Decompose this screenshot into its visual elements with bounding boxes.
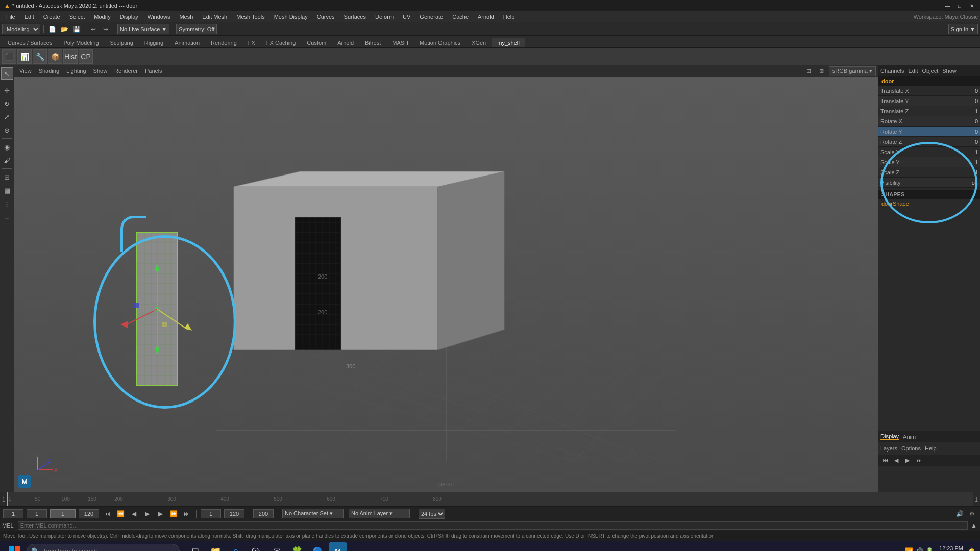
channel-visibility-value[interactable] — [947, 180, 978, 186]
shelf-icon-3[interactable]: 🔧 — [33, 49, 47, 64]
soft-select-tool[interactable]: ◉ — [1, 141, 13, 153]
menu-arnold[interactable]: Arnold — [474, 13, 498, 21]
wifi-icon[interactable]: 📶 — [905, 547, 913, 551]
channel-translate-y-value[interactable] — [947, 98, 978, 104]
playback-btn-end[interactable]: ⏭ — [182, 509, 192, 519]
shelf-tab-custom[interactable]: Custom — [301, 38, 332, 47]
shelf-tab-poly-modeling[interactable]: Poly Modeling — [58, 38, 104, 47]
channel-scale-z-value[interactable] — [947, 169, 978, 176]
door-selected-object[interactable] — [96, 222, 218, 396]
playback-btn-start[interactable]: ⏮ — [102, 509, 112, 519]
snap-tool-2[interactable]: ▦ — [1, 184, 13, 196]
viewport-canvas[interactable]: 200 200 300 — [14, 77, 878, 492]
no-live-surface-button[interactable]: No Live Surface ▼ — [117, 24, 169, 34]
viewport-menu-view[interactable]: View — [16, 67, 35, 75]
no-anim-layer-dropdown[interactable]: No Anim Layer ▾ — [349, 509, 410, 518]
snap-tool-4[interactable]: ≡ — [1, 211, 13, 223]
channel-scale-y-value[interactable] — [947, 159, 978, 165]
shelf-tab-arnold[interactable]: Arnold — [332, 38, 359, 47]
layers-label[interactable]: Layers — [880, 445, 897, 452]
menu-mesh-display[interactable]: Mesh Display — [270, 13, 312, 21]
channel-translate-x-value[interactable] — [947, 88, 978, 94]
anim-end-2-input[interactable] — [253, 509, 274, 518]
display-ctrl-next-next[interactable]: ⏭ — [914, 456, 923, 465]
viewport-menu-renderer[interactable]: Renderer — [111, 67, 141, 75]
expand-icon[interactable]: ▲ — [970, 521, 978, 530]
mode-dropdown[interactable]: Modeling — [2, 24, 40, 34]
edit-menu[interactable]: Edit — [908, 68, 918, 74]
taskbar-store[interactable]: 🛍 — [247, 542, 265, 552]
settings-icon[interactable]: ⚙ — [967, 509, 977, 519]
shelf-tab-curves-surfaces[interactable]: Curves / Surfaces — [2, 38, 58, 47]
channel-rotate-x[interactable]: Rotate X — [878, 116, 980, 127]
shelf-tab-xgen[interactable]: XGen — [466, 38, 492, 47]
shelf-tab-fx-caching[interactable]: FX Caching — [261, 38, 301, 47]
shelf-tab-sculpting[interactable]: Sculpting — [105, 38, 139, 47]
menu-mesh[interactable]: Mesh — [175, 13, 197, 21]
menu-curves[interactable]: Curves — [313, 13, 339, 21]
channel-rotate-z[interactable]: Rotate Z — [878, 137, 980, 147]
menu-modify[interactable]: Modify — [90, 13, 114, 21]
snap-tool-1[interactable]: ⊞ — [1, 171, 13, 183]
channel-rotate-z-value[interactable] — [947, 139, 978, 145]
timeline-playhead[interactable] — [7, 492, 8, 506]
shelf-tab-bifrost[interactable]: Bifrost — [359, 38, 386, 47]
taskbar-browser[interactable]: e — [227, 542, 245, 552]
maximize-button[interactable]: □ — [955, 2, 964, 9]
timeline-track[interactable]: 1 50 100 150 200 300 400 500 600 700 800 — [7, 492, 973, 506]
help-label[interactable]: Help — [925, 445, 937, 452]
shelf-icon-4[interactable]: 📦 — [48, 49, 62, 64]
channel-scale-x-value[interactable] — [947, 149, 978, 155]
shelf-tab-animation[interactable]: Animation — [169, 38, 205, 47]
move-tool[interactable]: ✛ — [1, 84, 13, 96]
new-scene-icon[interactable]: 📄 — [47, 24, 57, 34]
viewport-menu-panels[interactable]: Panels — [142, 67, 165, 75]
playback-btn-next[interactable]: ⏩ — [168, 509, 179, 519]
timeline[interactable]: 1 1 50 100 150 200 300 400 500 600 700 8… — [0, 492, 980, 506]
display-ctrl-next[interactable]: ▶ — [903, 456, 912, 465]
undo-icon[interactable]: ↩ — [88, 24, 99, 34]
menu-edit[interactable]: Edit — [20, 13, 38, 21]
viewport-color-space[interactable]: sRGB gamma ▾ — [829, 66, 876, 76]
viewport-menu-show[interactable]: Show — [90, 67, 111, 75]
menu-windows[interactable]: Windows — [143, 13, 175, 21]
channel-rotate-x-value[interactable] — [947, 118, 978, 124]
minimize-button[interactable]: — — [943, 2, 951, 9]
shelf-tab-my-shelf[interactable]: my_shelf — [492, 38, 525, 47]
channel-visibility[interactable]: Visibility — [878, 178, 980, 188]
channel-scale-x[interactable]: Scale X — [878, 147, 980, 157]
channel-translate-z-value[interactable] — [947, 108, 978, 114]
show-menu[interactable]: Show — [942, 68, 957, 74]
taskbar-app-chrome[interactable]: 🔵 — [308, 542, 327, 552]
display-tab-display[interactable]: Display — [880, 433, 899, 440]
save-scene-icon[interactable]: 💾 — [71, 24, 82, 34]
shelf-tab-motion-graphics[interactable]: Motion Graphics — [414, 38, 466, 47]
menu-surfaces[interactable]: Surfaces — [340, 13, 370, 21]
playback-btn-prev-frame[interactable]: ◀ — [129, 509, 139, 519]
sign-in-button[interactable]: Sign In ▼ — [948, 24, 978, 34]
taskbar-search-box[interactable]: 🔍 Type here to search — [27, 544, 180, 552]
display-ctrl-prev[interactable]: ◀ — [892, 456, 901, 465]
taskbar-mail[interactable]: ✉ — [267, 542, 286, 552]
taskbar-app-maya[interactable]: M — [329, 542, 347, 552]
viewport-menu-shading[interactable]: Shading — [36, 67, 62, 75]
object-menu[interactable]: Object — [922, 68, 938, 74]
shelf-tab-rigging[interactable]: Rigging — [139, 38, 169, 47]
redo-icon[interactable]: ↪ — [101, 24, 111, 34]
start-button[interactable] — [4, 543, 24, 552]
viewport-icon-2[interactable]: ⊠ — [816, 67, 827, 76]
channel-translate-y[interactable]: Translate Y — [878, 96, 980, 106]
menu-create[interactable]: Create — [39, 13, 64, 21]
mel-input[interactable] — [18, 521, 968, 530]
symmetry-button[interactable]: Symmetry: Off — [176, 24, 217, 34]
menu-deform[interactable]: Deform — [371, 13, 398, 21]
playback-btn-prev[interactable]: ⏪ — [115, 509, 126, 519]
frame-start-input[interactable] — [3, 509, 23, 518]
channels-menu[interactable]: Channels — [880, 68, 904, 74]
frame-end-input[interactable] — [79, 509, 99, 518]
right-panel-resize-handle[interactable] — [878, 65, 880, 492]
shelf-tab-mash[interactable]: MASH — [386, 38, 414, 47]
shelf-icon-2[interactable]: 📊 — [17, 49, 32, 64]
shelf-icon-1[interactable]: ⬛ — [2, 49, 16, 64]
menu-help[interactable]: Help — [499, 13, 519, 21]
